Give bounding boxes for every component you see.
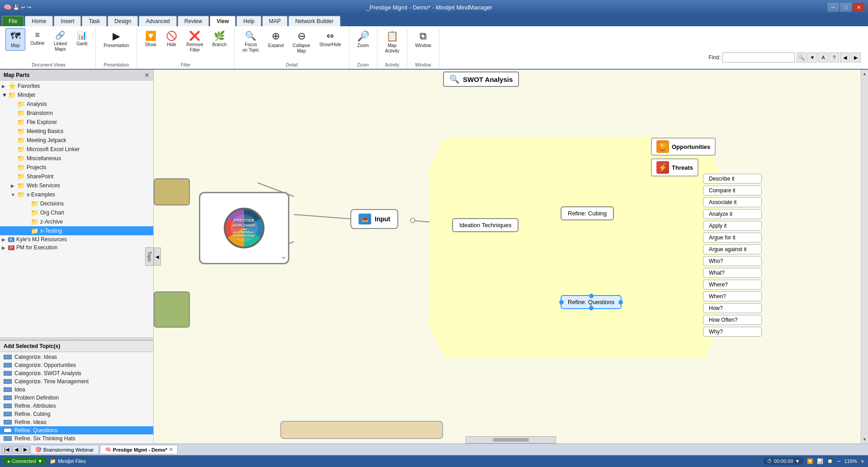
tree-item-kyles-mj[interactable]: ▶ K Kyle's MJ Resources — [0, 235, 153, 243]
topic-describe-it[interactable]: Describe it — [703, 174, 762, 184]
refine-questions-node[interactable]: Refine: Questions — [561, 295, 622, 309]
topic-analyze-it[interactable]: Analyze it — [703, 209, 762, 219]
tab-advanced[interactable]: Advanced — [139, 16, 176, 26]
tree-item-org-chart[interactable]: 📁 Org Chart — [0, 208, 153, 217]
minimize-button[interactable]: ─ — [827, 3, 839, 12]
tab-prestige-mgmt[interactable]: 🧠 Prestige Mgmt - Demo* ✕ — [100, 445, 178, 454]
topic-argue-against-it[interactable]: Argue against it — [703, 244, 762, 254]
tab-review[interactable]: Review — [178, 16, 209, 26]
view-linked-maps-button[interactable]: 🔗 LinkedMaps — [50, 28, 71, 54]
view-outline-button[interactable]: ≡ Outline — [26, 28, 49, 48]
topic-categorize-time[interactable]: Categorize. Time Management — [0, 377, 153, 386]
bottom-node[interactable] — [280, 421, 443, 439]
topic-how[interactable]: How? — [703, 303, 762, 313]
topic-problem-definition[interactable]: Problem Definition — [0, 394, 153, 402]
tree-item-mindjet[interactable]: ▼ 📁 Mindjet — [0, 91, 153, 100]
find-next-button[interactable]: ▶ — [851, 52, 861, 62]
tab-help[interactable]: Help — [236, 16, 261, 26]
topic-categorize-ideas[interactable]: Categorize. Ideas — [0, 353, 153, 361]
tree-item-miscellaneous[interactable]: 📁 Miscellaneous — [0, 154, 153, 163]
map-activity-button[interactable]: 📋 MapActivity — [381, 28, 404, 56]
tab-design[interactable]: Design — [108, 16, 138, 26]
scroll-bottom-bar[interactable] — [466, 436, 556, 443]
input-node[interactable]: 📥 Input — [350, 209, 398, 229]
zoom-out-btn[interactable]: − — [837, 457, 840, 465]
find-search-button[interactable]: 🔍 — [797, 52, 807, 62]
topic-apply-it[interactable]: Apply it — [703, 221, 762, 231]
tree-area[interactable]: ▶ ⭐ Favorites ▼ 📁 Mindjet 📁 Analysis 📁 B… — [0, 81, 153, 338]
topic-idea[interactable]: Idea — [0, 386, 153, 394]
scroll-left-arrow[interactable]: ◀ — [154, 248, 161, 266]
center-logo-node[interactable]: PRESTIGE WORLDWIDE A MJ MULTINATIONAL CO… — [199, 192, 289, 264]
refine-cubing-node[interactable]: Refine: Cubing — [561, 206, 614, 220]
threats-node[interactable]: ⚡ Threats — [651, 158, 698, 176]
topic-list[interactable]: Categorize. Ideas Categorize. Opportunit… — [0, 352, 153, 443]
topic-refine-six-hats[interactable]: Refine. Six Thinking Hats — [0, 434, 153, 443]
topic-categorize-opportunities[interactable]: Categorize. Opportunities — [0, 361, 153, 369]
quick-access-undo[interactable]: ↩ — [21, 5, 25, 10]
tab-nav-first[interactable]: |◀ — [2, 446, 11, 453]
find-dropdown-button[interactable]: ▼ — [807, 52, 817, 62]
upper-left-node[interactable] — [154, 178, 190, 205]
tree-item-pm-execution[interactable]: ▶ P PM for Execution — [0, 243, 153, 252]
ideation-node[interactable]: Ideation Techniques — [452, 218, 519, 232]
tree-item-analysis[interactable]: 📁 Analysis — [0, 100, 153, 109]
tree-item-projects[interactable]: 📁 Projects — [0, 163, 153, 172]
side-tab-topic[interactable]: Topic — [145, 247, 154, 266]
find-prev-button[interactable]: ◀ — [840, 52, 850, 62]
map-canvas[interactable]: 🔍 SWOT Analysis 🏆 Opportunities ⚡ Threat… — [154, 70, 868, 443]
view-gantt-button[interactable]: 📊 Gantt — [72, 28, 92, 49]
window-button[interactable]: ⧉ Window — [411, 28, 435, 51]
status-icon-2[interactable]: 📊 — [817, 458, 823, 464]
quick-access-save[interactable]: 💾 — [13, 5, 19, 10]
tab-nav-next[interactable]: ▶ — [21, 446, 29, 453]
edit-icon[interactable]: ✏ — [282, 255, 286, 261]
topic-argue-for-it[interactable]: Argue for it — [703, 233, 762, 243]
maximize-button[interactable]: □ — [840, 3, 852, 12]
tree-item-web-services[interactable]: ▶ 📁 Web Services — [0, 181, 153, 190]
right-sidebar-scroll-up[interactable]: ▲ — [863, 70, 867, 78]
mindjet-files-status[interactable]: 📁 Mindjet Files — [50, 458, 86, 464]
find-input[interactable] — [722, 52, 795, 62]
opportunities-node[interactable]: 🏆 Opportunities — [651, 138, 716, 156]
tree-item-decisions[interactable]: 📁 Decisions — [0, 199, 153, 208]
tab-home[interactable]: Home — [25, 16, 53, 26]
tab-network-builder[interactable]: Network Builder — [288, 16, 340, 26]
tab-brainstorming-webinar[interactable]: 🎯 Brainstorming Webinar — [30, 445, 99, 454]
zoom-button[interactable]: 🔎 Zoom — [353, 28, 373, 51]
presentation-button[interactable]: ▶ Presentation — [99, 28, 133, 51]
topic-why[interactable]: Why? — [703, 327, 762, 337]
expand-button[interactable]: ⊕ Expand — [264, 28, 288, 51]
tree-item-brainstorm[interactable]: 📁 Brainstorm — [0, 109, 153, 118]
status-icon-1[interactable]: 🔽 — [807, 458, 813, 464]
branch-button[interactable]: 🌿 Branch — [208, 28, 231, 50]
tree-item-file-explorer[interactable]: 📁 File Explorer — [0, 118, 153, 127]
tab-view[interactable]: View — [210, 16, 236, 26]
tab-task[interactable]: Task — [82, 16, 107, 26]
topic-where[interactable]: Where? — [703, 280, 762, 290]
topic-compare-it[interactable]: Compare it — [703, 186, 762, 195]
status-icon-3[interactable]: 🔲 — [827, 458, 833, 464]
topic-refine-cubing[interactable]: Refine. Cubing — [0, 410, 153, 418]
tab-nav-prev[interactable]: ◀ — [12, 446, 20, 453]
lower-left-node[interactable] — [154, 291, 190, 328]
tree-item-x-testing[interactable]: 📁 x-Testing — [0, 226, 153, 235]
remove-filter-button[interactable]: ❌ RemoveFilter — [182, 28, 207, 55]
find-option2-button[interactable]: ? — [829, 52, 839, 62]
tab-file[interactable]: File — [2, 16, 24, 26]
topic-refine-ideas[interactable]: Refine. Ideas — [0, 418, 153, 426]
hide-button[interactable]: 🚫 Hide — [161, 28, 181, 50]
topic-refine-questions[interactable]: Refine. Questions — [0, 426, 153, 434]
topic-who[interactable]: Who? — [703, 256, 762, 266]
zoom-in-btn[interactable]: + — [861, 457, 864, 465]
tree-item-x-examples[interactable]: ▼ 📁 x-Examples — [0, 190, 153, 199]
view-map-button[interactable]: 🗺 Map — [5, 28, 25, 51]
tree-item-sharepoint[interactable]: 📁 SharePoint — [0, 172, 153, 181]
tree-item-ms-excel[interactable]: 📁 Microsoft Excel Linker — [0, 145, 153, 154]
tree-item-meeting-basics[interactable]: 📁 Meeting Basics — [0, 127, 153, 136]
topic-categorize-swot[interactable]: Categorize. SWOT Analysis — [0, 369, 153, 377]
tree-item-meeting-jetpack[interactable]: 📁 Meeting Jetpack — [0, 136, 153, 145]
tab-prestige-close[interactable]: ✕ — [169, 447, 173, 452]
focus-on-topic-button[interactable]: 🔍 Focuson Topic — [238, 28, 263, 55]
tree-item-z-archive[interactable]: 📁 z-Archive — [0, 217, 153, 226]
